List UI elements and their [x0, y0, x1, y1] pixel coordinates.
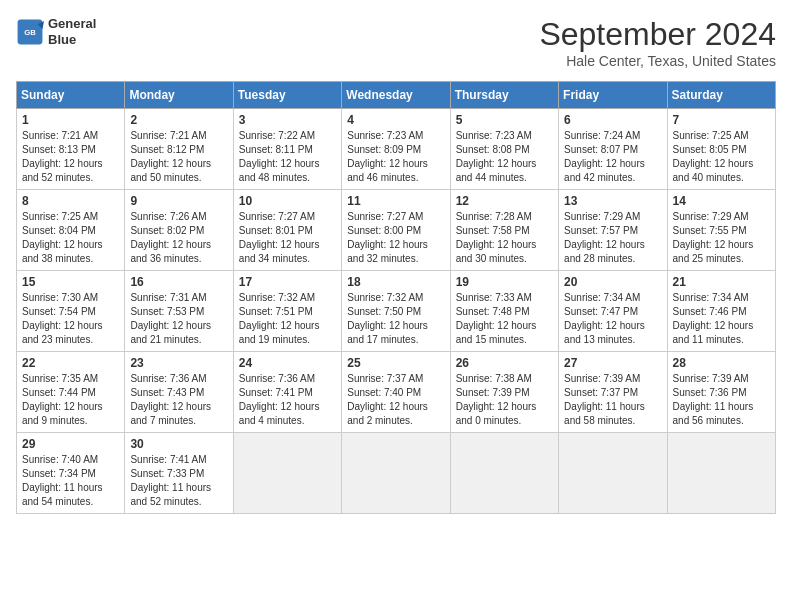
day-info: Sunrise: 7:32 AM Sunset: 7:50 PM Dayligh…: [347, 291, 444, 347]
calendar-cell: 18Sunrise: 7:32 AM Sunset: 7:50 PM Dayli…: [342, 271, 450, 352]
day-number: 24: [239, 356, 336, 370]
day-info: Sunrise: 7:36 AM Sunset: 7:43 PM Dayligh…: [130, 372, 227, 428]
col-header-sunday: Sunday: [17, 82, 125, 109]
calendar-cell: 25Sunrise: 7:37 AM Sunset: 7:40 PM Dayli…: [342, 352, 450, 433]
day-info: Sunrise: 7:30 AM Sunset: 7:54 PM Dayligh…: [22, 291, 119, 347]
day-info: Sunrise: 7:27 AM Sunset: 8:00 PM Dayligh…: [347, 210, 444, 266]
calendar-cell: 5Sunrise: 7:23 AM Sunset: 8:08 PM Daylig…: [450, 109, 558, 190]
day-info: Sunrise: 7:36 AM Sunset: 7:41 PM Dayligh…: [239, 372, 336, 428]
day-number: 8: [22, 194, 119, 208]
day-number: 12: [456, 194, 553, 208]
col-header-monday: Monday: [125, 82, 233, 109]
calendar-row: 8Sunrise: 7:25 AM Sunset: 8:04 PM Daylig…: [17, 190, 776, 271]
day-number: 4: [347, 113, 444, 127]
day-info: Sunrise: 7:38 AM Sunset: 7:39 PM Dayligh…: [456, 372, 553, 428]
day-number: 23: [130, 356, 227, 370]
logo-line1: General: [48, 16, 96, 32]
day-info: Sunrise: 7:27 AM Sunset: 8:01 PM Dayligh…: [239, 210, 336, 266]
day-number: 25: [347, 356, 444, 370]
page-header: GB General Blue September 2024 Hale Cent…: [16, 16, 776, 69]
header-row: SundayMondayTuesdayWednesdayThursdayFrid…: [17, 82, 776, 109]
calendar-cell: 21Sunrise: 7:34 AM Sunset: 7:46 PM Dayli…: [667, 271, 775, 352]
calendar-cell: 23Sunrise: 7:36 AM Sunset: 7:43 PM Dayli…: [125, 352, 233, 433]
calendar-cell: 8Sunrise: 7:25 AM Sunset: 8:04 PM Daylig…: [17, 190, 125, 271]
calendar-body: 1Sunrise: 7:21 AM Sunset: 8:13 PM Daylig…: [17, 109, 776, 514]
day-number: 22: [22, 356, 119, 370]
calendar-cell: 6Sunrise: 7:24 AM Sunset: 8:07 PM Daylig…: [559, 109, 667, 190]
col-header-thursday: Thursday: [450, 82, 558, 109]
calendar-row: 15Sunrise: 7:30 AM Sunset: 7:54 PM Dayli…: [17, 271, 776, 352]
calendar-cell: 14Sunrise: 7:29 AM Sunset: 7:55 PM Dayli…: [667, 190, 775, 271]
day-info: Sunrise: 7:25 AM Sunset: 8:04 PM Dayligh…: [22, 210, 119, 266]
calendar-cell: [667, 433, 775, 514]
col-header-friday: Friday: [559, 82, 667, 109]
day-info: Sunrise: 7:40 AM Sunset: 7:34 PM Dayligh…: [22, 453, 119, 509]
calendar-header: SundayMondayTuesdayWednesdayThursdayFrid…: [17, 82, 776, 109]
logo: GB General Blue: [16, 16, 96, 47]
day-info: Sunrise: 7:22 AM Sunset: 8:11 PM Dayligh…: [239, 129, 336, 185]
calendar-cell: 30Sunrise: 7:41 AM Sunset: 7:33 PM Dayli…: [125, 433, 233, 514]
day-number: 13: [564, 194, 661, 208]
day-number: 27: [564, 356, 661, 370]
day-info: Sunrise: 7:33 AM Sunset: 7:48 PM Dayligh…: [456, 291, 553, 347]
calendar-cell: 22Sunrise: 7:35 AM Sunset: 7:44 PM Dayli…: [17, 352, 125, 433]
day-number: 2: [130, 113, 227, 127]
day-info: Sunrise: 7:24 AM Sunset: 8:07 PM Dayligh…: [564, 129, 661, 185]
calendar-cell: [233, 433, 341, 514]
calendar-table: SundayMondayTuesdayWednesdayThursdayFrid…: [16, 81, 776, 514]
logo-line2: Blue: [48, 32, 96, 48]
day-info: Sunrise: 7:41 AM Sunset: 7:33 PM Dayligh…: [130, 453, 227, 509]
calendar-cell: [342, 433, 450, 514]
day-info: Sunrise: 7:21 AM Sunset: 8:12 PM Dayligh…: [130, 129, 227, 185]
logo-icon: GB: [16, 18, 44, 46]
calendar-cell: 1Sunrise: 7:21 AM Sunset: 8:13 PM Daylig…: [17, 109, 125, 190]
calendar-cell: 13Sunrise: 7:29 AM Sunset: 7:57 PM Dayli…: [559, 190, 667, 271]
day-info: Sunrise: 7:34 AM Sunset: 7:47 PM Dayligh…: [564, 291, 661, 347]
day-number: 11: [347, 194, 444, 208]
calendar-cell: 24Sunrise: 7:36 AM Sunset: 7:41 PM Dayli…: [233, 352, 341, 433]
month-title: September 2024: [539, 16, 776, 53]
calendar-row: 29Sunrise: 7:40 AM Sunset: 7:34 PM Dayli…: [17, 433, 776, 514]
day-info: Sunrise: 7:29 AM Sunset: 7:55 PM Dayligh…: [673, 210, 770, 266]
day-number: 20: [564, 275, 661, 289]
day-info: Sunrise: 7:32 AM Sunset: 7:51 PM Dayligh…: [239, 291, 336, 347]
day-info: Sunrise: 7:34 AM Sunset: 7:46 PM Dayligh…: [673, 291, 770, 347]
day-number: 17: [239, 275, 336, 289]
day-info: Sunrise: 7:23 AM Sunset: 8:08 PM Dayligh…: [456, 129, 553, 185]
day-number: 18: [347, 275, 444, 289]
day-info: Sunrise: 7:21 AM Sunset: 8:13 PM Dayligh…: [22, 129, 119, 185]
day-info: Sunrise: 7:37 AM Sunset: 7:40 PM Dayligh…: [347, 372, 444, 428]
calendar-cell: 28Sunrise: 7:39 AM Sunset: 7:36 PM Dayli…: [667, 352, 775, 433]
calendar-cell: 4Sunrise: 7:23 AM Sunset: 8:09 PM Daylig…: [342, 109, 450, 190]
calendar-cell: [559, 433, 667, 514]
day-number: 7: [673, 113, 770, 127]
day-number: 5: [456, 113, 553, 127]
day-info: Sunrise: 7:23 AM Sunset: 8:09 PM Dayligh…: [347, 129, 444, 185]
day-number: 30: [130, 437, 227, 451]
day-number: 1: [22, 113, 119, 127]
calendar-cell: 29Sunrise: 7:40 AM Sunset: 7:34 PM Dayli…: [17, 433, 125, 514]
logo-text: General Blue: [48, 16, 96, 47]
col-header-wednesday: Wednesday: [342, 82, 450, 109]
calendar-row: 22Sunrise: 7:35 AM Sunset: 7:44 PM Dayli…: [17, 352, 776, 433]
day-number: 26: [456, 356, 553, 370]
day-info: Sunrise: 7:29 AM Sunset: 7:57 PM Dayligh…: [564, 210, 661, 266]
col-header-saturday: Saturday: [667, 82, 775, 109]
calendar-cell: 27Sunrise: 7:39 AM Sunset: 7:37 PM Dayli…: [559, 352, 667, 433]
day-number: 3: [239, 113, 336, 127]
day-number: 10: [239, 194, 336, 208]
col-header-tuesday: Tuesday: [233, 82, 341, 109]
day-info: Sunrise: 7:39 AM Sunset: 7:37 PM Dayligh…: [564, 372, 661, 428]
day-info: Sunrise: 7:31 AM Sunset: 7:53 PM Dayligh…: [130, 291, 227, 347]
calendar-cell: 11Sunrise: 7:27 AM Sunset: 8:00 PM Dayli…: [342, 190, 450, 271]
calendar-cell: 17Sunrise: 7:32 AM Sunset: 7:51 PM Dayli…: [233, 271, 341, 352]
day-number: 6: [564, 113, 661, 127]
day-number: 21: [673, 275, 770, 289]
calendar-cell: 26Sunrise: 7:38 AM Sunset: 7:39 PM Dayli…: [450, 352, 558, 433]
day-info: Sunrise: 7:35 AM Sunset: 7:44 PM Dayligh…: [22, 372, 119, 428]
title-block: September 2024 Hale Center, Texas, Unite…: [539, 16, 776, 69]
calendar-cell: 2Sunrise: 7:21 AM Sunset: 8:12 PM Daylig…: [125, 109, 233, 190]
calendar-cell: 16Sunrise: 7:31 AM Sunset: 7:53 PM Dayli…: [125, 271, 233, 352]
calendar-cell: 12Sunrise: 7:28 AM Sunset: 7:58 PM Dayli…: [450, 190, 558, 271]
location: Hale Center, Texas, United States: [539, 53, 776, 69]
